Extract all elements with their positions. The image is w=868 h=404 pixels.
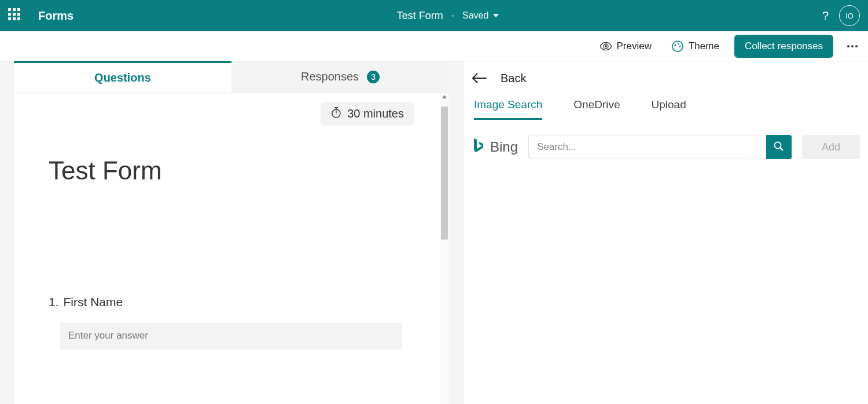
add-image-button[interactable]: Add: [802, 135, 860, 159]
scroll-thumb[interactable]: [441, 106, 448, 240]
save-status[interactable]: Saved: [462, 10, 499, 21]
tab-image-search[interactable]: Image Search: [474, 98, 542, 120]
search-submit-button[interactable]: [766, 135, 792, 159]
user-avatar[interactable]: IO: [839, 5, 860, 26]
tab-responses[interactable]: Responses 3: [231, 61, 449, 92]
image-search-input[interactable]: [528, 135, 766, 159]
bing-label: Bing: [490, 139, 518, 155]
preview-button[interactable]: Preview: [595, 37, 656, 56]
bing-brand: Bing: [472, 137, 518, 157]
search-wrap: [528, 135, 792, 159]
tab-questions-label: Questions: [94, 71, 151, 85]
app-header: Forms Test Form - Saved ? IO: [0, 0, 868, 31]
app-launcher-icon[interactable]: [8, 8, 23, 23]
image-search-panel: Back Image Search OneDrive Upload Bing: [463, 61, 868, 404]
arrow-left-icon: [472, 72, 488, 84]
eye-icon: [600, 42, 612, 50]
svg-point-0: [605, 45, 607, 47]
timer-chip[interactable]: 30 minutes: [321, 102, 414, 126]
svg-point-4: [679, 45, 681, 47]
header-center: Test Form - Saved: [73, 10, 822, 22]
form-column: Questions Responses 3 30 minutes Test Fo…: [0, 61, 463, 404]
tab-onedrive[interactable]: OneDrive: [573, 98, 620, 120]
title-separator: -: [451, 10, 454, 21]
theme-button[interactable]: Theme: [667, 36, 724, 56]
tab-questions[interactable]: Questions: [14, 61, 231, 92]
main-area: Questions Responses 3 30 minutes Test Fo…: [0, 61, 868, 404]
scroll-up-icon: [442, 95, 447, 98]
back-label: Back: [501, 72, 526, 85]
responses-count-badge: 3: [367, 71, 380, 83]
svg-point-1: [672, 41, 683, 52]
document-title[interactable]: Test Form: [397, 10, 443, 22]
palette-icon: [671, 40, 684, 53]
tab-upload[interactable]: Upload: [652, 98, 686, 120]
form-panel: Questions Responses 3 30 minutes Test Fo…: [14, 61, 449, 404]
form-body: 30 minutes Test Form 1. First Name: [14, 93, 449, 404]
scrollbar[interactable]: [440, 93, 449, 404]
question-1-input[interactable]: [60, 322, 402, 350]
more-actions-button[interactable]: [844, 42, 861, 51]
header-right: ? IO: [822, 5, 860, 26]
svg-line-11: [780, 148, 783, 150]
question-1-label: First Name: [64, 295, 123, 309]
stopwatch-icon: [331, 106, 341, 121]
back-button[interactable]: Back: [472, 61, 860, 95]
action-toolbar: Preview Theme Collect responses: [0, 31, 868, 61]
source-tabs: Image Search OneDrive Upload: [472, 95, 860, 120]
svg-point-3: [677, 42, 679, 44]
question-1-label-row: 1. First Name: [49, 295, 414, 309]
bing-icon: [472, 137, 484, 157]
preview-label: Preview: [616, 41, 651, 52]
question-1: 1. First Name: [49, 295, 414, 350]
timer-text: 30 minutes: [347, 107, 404, 120]
app-brand[interactable]: Forms: [38, 9, 73, 23]
avatar-initials: IO: [845, 12, 854, 20]
help-icon[interactable]: ?: [822, 9, 829, 23]
svg-point-10: [774, 142, 781, 148]
save-status-label: Saved: [462, 10, 488, 21]
form-tabs: Questions Responses 3: [14, 61, 449, 93]
form-title[interactable]: Test Form: [49, 156, 414, 185]
theme-label: Theme: [689, 41, 719, 52]
tab-responses-label: Responses: [301, 70, 359, 83]
svg-point-2: [674, 44, 676, 46]
search-row: Bing Add: [472, 135, 860, 159]
chevron-down-icon: [493, 14, 499, 17]
question-1-number: 1.: [49, 295, 59, 309]
search-icon: [774, 141, 784, 153]
collect-responses-button[interactable]: Collect responses: [734, 35, 833, 58]
